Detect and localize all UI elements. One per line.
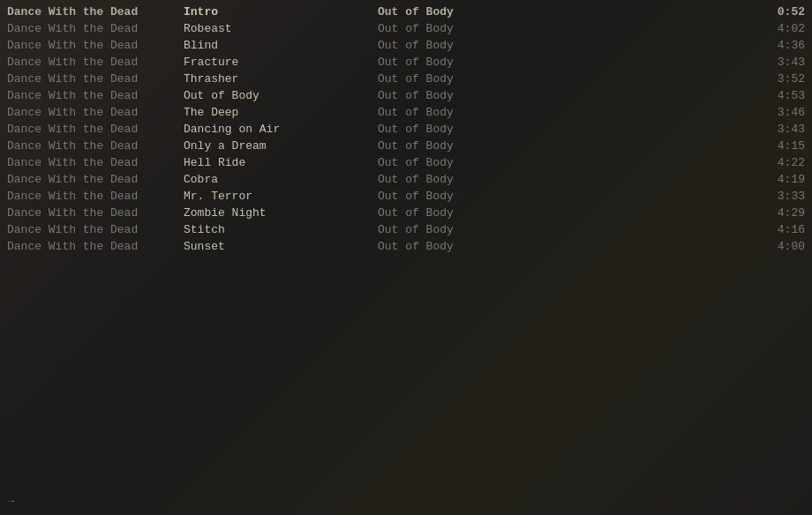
track-duration: 4:00	[752, 240, 805, 253]
table-row[interactable]: Dance With the DeadCobraOut of Body4:19	[0, 171, 812, 188]
table-row[interactable]: Dance With the DeadMr. TerrorOut of Body…	[0, 188, 812, 205]
track-artist: Dance With the Dead	[7, 72, 184, 86]
track-artist: Dance With the Dead	[7, 190, 184, 203]
track-artist: Dance With the Dead	[7, 56, 184, 69]
track-duration: 4:22	[752, 156, 805, 169]
track-artist: Dance With the Dead	[7, 89, 184, 102]
track-artist: Dance With the Dead	[7, 39, 184, 52]
track-artist: Dance With the Dead	[7, 173, 184, 186]
track-duration: 4:53	[752, 89, 805, 102]
track-duration: 4:02	[752, 22, 805, 35]
track-album: Out of Body	[378, 240, 752, 253]
table-row[interactable]: Dance With the DeadZombie NightOut of Bo…	[0, 205, 812, 221]
track-album: Out of Body	[378, 190, 752, 203]
track-album: Out of Body	[378, 223, 752, 236]
track-duration: 3:33	[752, 190, 805, 203]
track-list-header: Dance With the Dead Intro Out of Body 0:…	[0, 4, 812, 20]
track-album: Out of Body	[378, 22, 752, 35]
track-album: Out of Body	[378, 139, 752, 153]
header-duration: 0:52	[752, 5, 805, 19]
track-duration: 3:52	[752, 72, 805, 86]
track-album: Out of Body	[378, 56, 752, 69]
track-album: Out of Body	[378, 72, 752, 86]
track-list: Dance With the Dead Intro Out of Body 0:…	[0, 0, 812, 258]
header-album: Out of Body	[378, 5, 752, 19]
track-duration: 4:15	[752, 139, 805, 153]
header-title: Intro	[184, 5, 378, 19]
track-artist: Dance With the Dead	[7, 123, 184, 136]
track-duration: 3:43	[752, 123, 805, 136]
track-duration: 3:43	[752, 56, 805, 69]
track-duration: 4:16	[752, 223, 805, 236]
track-album: Out of Body	[378, 123, 752, 136]
track-title: Stitch	[184, 223, 378, 236]
track-artist: Dance With the Dead	[7, 240, 184, 253]
track-title: Dancing on Air	[184, 123, 378, 136]
track-album: Out of Body	[378, 89, 752, 102]
track-duration: 4:19	[752, 173, 805, 186]
table-row[interactable]: Dance With the DeadOnly a DreamOut of Bo…	[0, 138, 812, 154]
header-artist: Dance With the Dead	[7, 5, 184, 19]
track-title: Cobra	[184, 173, 378, 186]
track-artist: Dance With the Dead	[7, 22, 184, 35]
track-title: The Deep	[184, 106, 378, 119]
track-artist: Dance With the Dead	[7, 106, 184, 119]
table-row[interactable]: Dance With the DeadThe DeepOut of Body3:…	[0, 104, 812, 121]
track-artist: Dance With the Dead	[7, 206, 184, 220]
table-row[interactable]: Dance With the DeadFractureOut of Body3:…	[0, 54, 812, 71]
track-album: Out of Body	[378, 173, 752, 186]
table-row[interactable]: Dance With the DeadHell RideOut of Body4…	[0, 154, 812, 171]
track-title: Thrasher	[184, 72, 378, 86]
track-title: Sunset	[184, 240, 378, 253]
track-title: Zombie Night	[184, 206, 378, 220]
track-title: Fracture	[184, 56, 378, 69]
track-album: Out of Body	[378, 156, 752, 169]
track-artist: Dance With the Dead	[7, 156, 184, 169]
track-title: Hell Ride	[184, 156, 378, 169]
track-title: Only a Dream	[184, 139, 378, 153]
track-artist: Dance With the Dead	[7, 223, 184, 236]
table-row[interactable]: Dance With the DeadStitchOut of Body4:16	[0, 221, 812, 238]
bottom-arrow-icon: →	[7, 494, 14, 508]
table-row[interactable]: Dance With the DeadBlindOut of Body4:36	[0, 37, 812, 54]
table-row[interactable]: Dance With the DeadOut of BodyOut of Bod…	[0, 87, 812, 104]
track-album: Out of Body	[378, 39, 752, 52]
track-title: Blind	[184, 39, 378, 52]
track-duration: 4:36	[752, 39, 805, 52]
table-row[interactable]: Dance With the DeadRobeastOut of Body4:0…	[0, 20, 812, 37]
table-row[interactable]: Dance With the DeadThrasherOut of Body3:…	[0, 71, 812, 87]
table-row[interactable]: Dance With the DeadSunsetOut of Body4:00	[0, 238, 812, 255]
track-title: Out of Body	[184, 89, 378, 102]
track-artist: Dance With the Dead	[7, 139, 184, 153]
track-album: Out of Body	[378, 106, 752, 119]
track-title: Mr. Terror	[184, 190, 378, 203]
track-duration: 3:46	[752, 106, 805, 119]
track-duration: 4:29	[752, 206, 805, 220]
track-title: Robeast	[184, 22, 378, 35]
track-album: Out of Body	[378, 206, 752, 220]
table-row[interactable]: Dance With the DeadDancing on AirOut of …	[0, 121, 812, 138]
